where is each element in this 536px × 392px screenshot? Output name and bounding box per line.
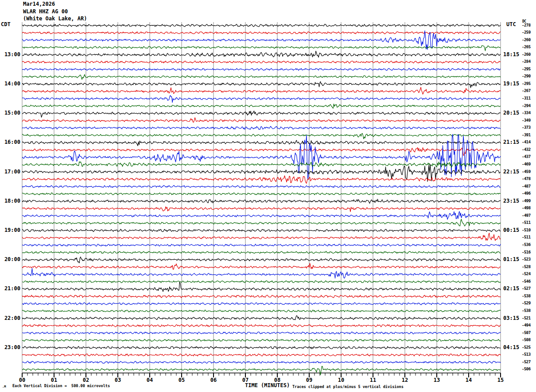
dc-value: -528 bbox=[522, 265, 536, 269]
helicorder-screen: Mar14,2026 WLAR HHZ AG 00 (White Oak Lak… bbox=[0, 0, 536, 392]
dc-value: -527 bbox=[522, 360, 536, 365]
dc-value: -259 bbox=[522, 30, 536, 35]
right-time-label: 19:15 bbox=[503, 81, 524, 87]
x-tick-label-09: 09 bbox=[304, 377, 315, 383]
trace-row-42 bbox=[22, 332, 501, 334]
dc-value: -524 bbox=[522, 272, 536, 277]
x-tick-label-01: 01 bbox=[49, 377, 59, 383]
trace-row-25 bbox=[22, 207, 501, 212]
trace-row-31 bbox=[22, 251, 501, 254]
right-time-label: 20:15 bbox=[503, 110, 524, 116]
trace-row-16 bbox=[22, 140, 501, 146]
dc-value: -284 bbox=[522, 59, 536, 64]
dc-value: -334 bbox=[522, 111, 536, 115]
dc-value: -265 bbox=[522, 45, 536, 50]
trace-row-40 bbox=[22, 315, 501, 320]
trace-row-0 bbox=[22, 24, 501, 27]
dc-value: -536 bbox=[522, 242, 536, 247]
left-time-label: 23:00 bbox=[1, 345, 20, 350]
dc-value: -508 bbox=[522, 338, 536, 342]
trace-row-15 bbox=[22, 133, 501, 139]
right-time-label: 22:15 bbox=[503, 169, 524, 175]
left-time-label: 22:00 bbox=[1, 315, 20, 321]
left-time-label: 20:00 bbox=[1, 257, 20, 262]
dc-value: -278 bbox=[522, 23, 536, 28]
trace-row-11 bbox=[22, 104, 501, 108]
x-tick-label-02: 02 bbox=[81, 377, 91, 383]
trace-row-27 bbox=[22, 219, 501, 226]
right-time-label: 01:15 bbox=[503, 257, 524, 262]
trace-row-28 bbox=[22, 229, 501, 232]
trace-row-41 bbox=[22, 325, 501, 327]
trace-row-38 bbox=[22, 303, 501, 305]
trace-row-32 bbox=[22, 257, 501, 263]
x-tick-label-12: 12 bbox=[400, 377, 410, 383]
trace-row-46 bbox=[22, 361, 501, 363]
dc-value: -260 bbox=[522, 38, 536, 42]
vertical-scale-note: Each Vertical Division = 500.00 microvol… bbox=[12, 384, 110, 388]
left-time-label: 17:00 bbox=[1, 169, 20, 175]
dc-value: -506 bbox=[522, 367, 536, 372]
right-time-label: 02:15 bbox=[503, 286, 524, 292]
dc-value: -510 bbox=[522, 228, 536, 233]
dc-value: -499 bbox=[522, 199, 536, 204]
dc-value: -294 bbox=[522, 104, 536, 108]
trace-row-14 bbox=[22, 126, 501, 129]
trace-row-35 bbox=[22, 281, 501, 283]
trace-row-23 bbox=[22, 193, 501, 195]
seismogram-plot bbox=[0, 0, 536, 392]
dc-value: -432 bbox=[522, 147, 536, 152]
dc-value: -498 bbox=[522, 206, 536, 211]
x-tick-label-13: 13 bbox=[431, 377, 442, 383]
trace-row-39 bbox=[22, 310, 501, 312]
dc-value: -497 bbox=[522, 213, 536, 218]
dc-value: -267 bbox=[522, 88, 536, 93]
dc-value: -529 bbox=[522, 301, 536, 306]
dc-value: -513 bbox=[522, 352, 536, 357]
trace-row-10 bbox=[22, 96, 501, 103]
dc-value: -527 bbox=[522, 286, 536, 291]
dc-value: -511 bbox=[522, 220, 536, 225]
dc-value: -459 bbox=[522, 169, 536, 174]
trace-row-13 bbox=[22, 118, 501, 123]
trace-row-1 bbox=[22, 32, 501, 34]
dc-value: -521 bbox=[522, 316, 536, 321]
trace-row-4 bbox=[22, 51, 501, 57]
trace-row-18 bbox=[22, 134, 501, 179]
trace-row-8 bbox=[22, 81, 501, 88]
x-tick-label-03: 03 bbox=[113, 377, 123, 383]
dc-value: -311 bbox=[522, 96, 536, 101]
left-time-label: 16:00 bbox=[1, 139, 20, 145]
dc-value: -295 bbox=[522, 81, 536, 86]
dc-value: -260 bbox=[522, 52, 536, 57]
trace-row-5 bbox=[22, 61, 501, 63]
x-tick-label-00: 00 bbox=[17, 377, 27, 383]
trace-row-21 bbox=[22, 176, 501, 183]
dc-value: -511 bbox=[522, 235, 536, 240]
x-tick-label-14: 14 bbox=[463, 377, 474, 383]
dc-value: -546 bbox=[522, 279, 536, 284]
x-tick-label-06: 06 bbox=[208, 377, 219, 383]
right-time-label: 00:15 bbox=[503, 227, 524, 233]
dc-value: -496 bbox=[522, 191, 536, 196]
x-tick-label-04: 04 bbox=[144, 377, 155, 383]
dc-value: -523 bbox=[522, 257, 536, 262]
left-time-label: 13:00 bbox=[1, 52, 20, 58]
right-time-label: 03:15 bbox=[503, 315, 524, 321]
dc-value: -538 bbox=[522, 308, 536, 313]
left-time-label: 21:00 bbox=[1, 286, 20, 292]
dc-value: -290 bbox=[522, 74, 536, 79]
dc-value: -373 bbox=[522, 125, 536, 130]
dc-value: -478 bbox=[522, 177, 536, 181]
dc-value: -538 bbox=[522, 294, 536, 299]
trace-row-9 bbox=[22, 87, 501, 94]
clip-note: Traces clipped at plus/minus 5 vertical … bbox=[292, 384, 404, 389]
trace-row-7 bbox=[22, 74, 501, 79]
dc-value: -525 bbox=[522, 345, 536, 350]
trace-row-45 bbox=[22, 354, 501, 356]
dc-value: -516 bbox=[522, 250, 536, 255]
trace-row-33 bbox=[22, 263, 501, 269]
trace-row-29 bbox=[22, 233, 501, 241]
right-time-label: 23:15 bbox=[503, 198, 524, 204]
dc-value: -437 bbox=[522, 154, 536, 159]
